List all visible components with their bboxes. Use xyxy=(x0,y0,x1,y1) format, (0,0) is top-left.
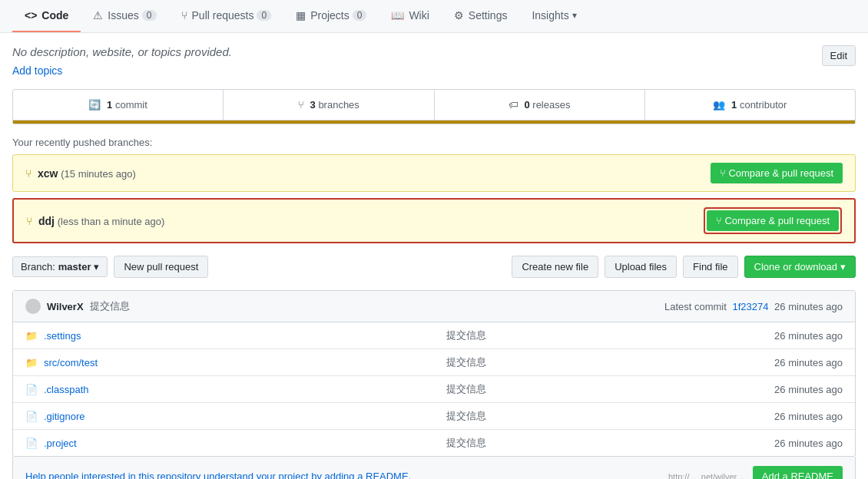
recently-pushed-label: Your recently pushed branches: xyxy=(12,137,856,148)
commit-label: commit xyxy=(115,99,147,111)
stats-bar: 🔄 1 commit ⑂ 3 branches 🏷 0 releases 👥 1… xyxy=(12,89,856,124)
tab-pull-requests[interactable]: ⑂ Pull requests 0 xyxy=(169,0,284,32)
branch-xcw-time: (15 minutes ago) xyxy=(61,168,136,180)
file-name[interactable]: .classpath xyxy=(44,384,182,395)
contributors-stat[interactable]: 👥 1 contributor xyxy=(645,90,855,120)
avatar xyxy=(25,299,41,314)
branch-count: 3 xyxy=(310,99,316,111)
releases-stat[interactable]: 🏷 0 releases xyxy=(435,90,645,120)
commit-count: 1 xyxy=(107,99,112,111)
settings-icon: ⚙ xyxy=(454,9,464,21)
tag-icon: 🏷 xyxy=(509,99,518,111)
commit-hash: 1f23274 xyxy=(732,301,768,312)
compare-ddj-icon: ⑂ xyxy=(716,215,722,226)
release-count: 0 xyxy=(524,99,529,111)
pull-requests-badge: 0 xyxy=(257,10,271,21)
tab-wiki[interactable]: 📖 Wiki xyxy=(379,0,441,32)
readme-right: http://... .net/wilver... Add a README xyxy=(668,466,843,479)
toolbar: Branch: master ▾ New pull request Create… xyxy=(12,256,856,278)
contributor-label: contributor xyxy=(740,99,787,111)
add-topics-link[interactable]: Add topics xyxy=(12,64,62,77)
release-label: releases xyxy=(532,99,570,111)
add-readme-button[interactable]: Add a README xyxy=(753,466,843,479)
latest-commit-info: Latest commit 1f23274 26 minutes ago xyxy=(664,301,843,312)
branch-xcw-info: ⑂ xcw (15 minutes ago) xyxy=(25,167,136,180)
file-time: 26 minutes ago xyxy=(750,357,843,368)
file-icon: 📄 xyxy=(25,411,38,422)
create-new-file-button[interactable]: Create new file xyxy=(512,256,598,278)
contributor-count: 1 xyxy=(731,99,737,111)
file-time: 26 minutes ago xyxy=(750,330,843,342)
new-pull-request-button[interactable]: New pull request xyxy=(114,256,208,278)
file-commit: 提交信息 xyxy=(182,382,750,396)
commits-stat[interactable]: 🔄 1 commit xyxy=(13,90,224,120)
tab-projects[interactable]: ▦ Projects 0 xyxy=(283,0,379,32)
file-row: 📄 .classpath 提交信息 26 minutes ago xyxy=(13,376,855,403)
stats-row: 🔄 1 commit ⑂ 3 branches 🏷 0 releases 👥 1… xyxy=(13,90,855,121)
readme-prompt: Help people interested in this repositor… xyxy=(12,457,856,479)
file-row: 📁 .settings 提交信息 26 minutes ago xyxy=(13,322,855,349)
people-icon: 👥 xyxy=(713,99,725,111)
file-row: 📄 .project 提交信息 26 minutes ago xyxy=(13,430,855,456)
description-area: Edit No description, website, or topics … xyxy=(12,45,856,77)
file-name[interactable]: src/com/test xyxy=(44,357,182,368)
branch-alert-xcw: ⑂ xcw (15 minutes ago) ⑂ Compare & pull … xyxy=(12,154,856,192)
readme-watermark: http://... .net/wilver... xyxy=(668,472,744,480)
language-progress-bar xyxy=(13,121,855,124)
wiki-icon: 📖 xyxy=(391,9,404,21)
branch-selector[interactable]: Branch: master ▾ xyxy=(12,256,108,277)
branch-xcw-name: xcw xyxy=(38,167,58,180)
tab-code[interactable]: <> Code xyxy=(12,0,81,32)
branch-ddj-name: ddj xyxy=(38,215,55,227)
find-file-button[interactable]: Find file xyxy=(683,256,738,278)
repo-description: No description, website, or topics provi… xyxy=(12,45,856,58)
branch-icon-ddj: ⑂ xyxy=(26,215,32,227)
tab-settings[interactable]: ⚙ Settings xyxy=(442,0,520,32)
file-commit: 提交信息 xyxy=(182,436,750,450)
compare-ddj-wrapper: ⑂ Compare & pull request xyxy=(704,207,842,234)
edit-button[interactable]: Edit xyxy=(822,45,856,66)
file-row: 📁 src/com/test 提交信息 26 minutes ago xyxy=(13,349,855,376)
file-name[interactable]: .settings xyxy=(44,330,182,342)
branch-icon: ⑂ xyxy=(298,99,304,111)
file-time: 26 minutes ago xyxy=(750,411,843,422)
file-icon: 📄 xyxy=(25,384,38,395)
folder-icon: 📁 xyxy=(25,357,38,368)
branch-ddj-info: ⑂ ddj (less than a minute ago) xyxy=(26,215,164,227)
chevron-down-icon: ▾ xyxy=(572,10,577,21)
projects-badge: 0 xyxy=(353,10,367,21)
file-name[interactable]: .gitignore xyxy=(44,411,182,422)
commit-icon: 🔄 xyxy=(88,99,101,111)
branch-label: Branch: xyxy=(21,261,55,273)
code-icon: <> xyxy=(25,9,37,21)
recently-pushed-section: Your recently pushed branches: ⑂ xcw (15… xyxy=(12,137,856,243)
branch-ddj-time: (less than a minute ago) xyxy=(58,216,164,227)
folder-icon: 📁 xyxy=(25,330,38,342)
issues-badge: 0 xyxy=(142,10,157,21)
file-commit: 提交信息 xyxy=(182,329,750,342)
compare-xcw-icon: ⑂ xyxy=(720,167,726,179)
compare-xcw-button[interactable]: ⑂ Compare & pull request xyxy=(711,163,843,183)
commit-timestamp: 26 minutes ago xyxy=(774,301,843,312)
compare-ddj-button[interactable]: ⑂ Compare & pull request xyxy=(707,210,839,231)
branches-stat[interactable]: ⑂ 3 branches xyxy=(224,90,434,120)
file-name[interactable]: .project xyxy=(44,438,182,449)
commit-message: 提交信息 xyxy=(90,299,130,313)
branch-icon-xcw: ⑂ xyxy=(25,167,31,180)
main-content: Edit No description, website, or topics … xyxy=(0,33,868,479)
branch-label: branches xyxy=(318,99,359,111)
readme-prompt-text: Help people interested in this repositor… xyxy=(25,471,411,479)
chevron-down-icon: ▾ xyxy=(94,261,99,273)
file-commit: 提交信息 xyxy=(182,355,750,369)
file-icon: 📄 xyxy=(25,438,38,449)
chevron-down-icon-clone: ▾ xyxy=(840,261,846,273)
upload-files-button[interactable]: Upload files xyxy=(605,256,677,278)
file-time: 26 minutes ago xyxy=(750,384,843,395)
commit-author: WilverX xyxy=(47,301,84,312)
clone-or-download-button[interactable]: Clone or download ▾ xyxy=(744,256,856,278)
latest-commit-label: Latest commit xyxy=(664,301,727,312)
tab-insights[interactable]: Insights ▾ xyxy=(519,0,588,32)
file-table-header: WilverX 提交信息 Latest commit 1f23274 26 mi… xyxy=(13,291,855,322)
tab-issues[interactable]: ⚠ Issues 0 xyxy=(81,0,168,32)
file-commit: 提交信息 xyxy=(182,409,750,423)
